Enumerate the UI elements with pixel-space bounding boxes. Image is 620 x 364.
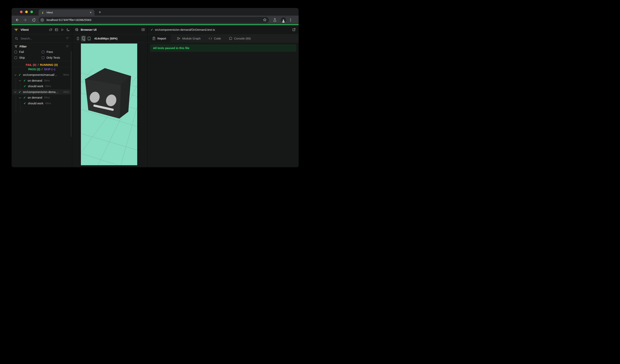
new-tab-button[interactable]: +	[97, 10, 103, 15]
sidebar-header: Vitest	[12, 25, 72, 34]
test-case-name: should work	[28, 102, 43, 105]
all-tests-passed-banner: All tests passed in this file	[150, 44, 296, 52]
filter-checkbox-pass[interactable]: Pass	[42, 49, 69, 55]
test-case-row[interactable]: ✓ should work 55ms	[12, 83, 72, 89]
globe-icon	[75, 28, 79, 31]
divider	[12, 61, 72, 61]
check-icon: ✓	[23, 96, 26, 99]
chevron-down-icon[interactable]	[19, 80, 21, 81]
test-suite-name: on demand	[28, 96, 42, 99]
test-case-row[interactable]: ✓ should work 43ms	[12, 101, 72, 106]
zoom-window-button[interactable]	[30, 11, 33, 13]
checkbox-label: Pass	[46, 50, 53, 54]
forward-button[interactable]	[22, 17, 28, 23]
test-duration: 55ms	[45, 85, 51, 87]
tab-code[interactable]: Code	[204, 34, 225, 42]
checkbox[interactable]	[42, 57, 44, 59]
module-graph-icon	[177, 37, 181, 40]
tab-label: Module Graph	[182, 37, 201, 40]
test-duration: 56ms	[63, 73, 69, 76]
expand-panel-icon[interactable]	[141, 28, 145, 31]
minimize-window-button[interactable]	[25, 11, 28, 13]
running-count: RUNNING (0)	[40, 63, 58, 66]
site-info-icon[interactable]	[40, 17, 45, 22]
browser-tab-strip: Vitest ✕ +	[12, 8, 299, 15]
device-phone-plus-button[interactable]	[81, 36, 86, 42]
vitest-ui: Vitest	[12, 25, 299, 167]
tab-console[interactable]: Console (69)	[225, 34, 255, 42]
scrollbar[interactable]	[71, 51, 71, 137]
filter-checkbox-fail[interactable]: Fail	[14, 49, 42, 55]
filter-label: Filter	[20, 45, 27, 48]
back-button[interactable]	[14, 17, 20, 23]
chevron-down-icon[interactable]	[14, 74, 16, 76]
test-duration: 43ms	[44, 96, 50, 99]
device-tablet-button[interactable]	[87, 36, 92, 41]
pass-count: PASS (2)	[28, 68, 40, 71]
chrome-labs-flask-icon[interactable]	[272, 17, 278, 23]
dark-mode-moon-icon[interactable]	[66, 28, 70, 31]
banner-text: All tests passed in this file	[153, 46, 189, 50]
dashboard-windows-icon[interactable]	[49, 28, 53, 31]
chevron-down-icon[interactable]	[14, 91, 16, 93]
report-summary-icon[interactable]	[55, 28, 58, 31]
run-all-play-icon[interactable]	[61, 28, 64, 31]
preview-canvas[interactable]	[81, 44, 137, 165]
report-tabs: Report Module Graph Code	[148, 34, 299, 43]
console-icon	[229, 37, 232, 40]
separator: /	[38, 63, 39, 66]
tab-report[interactable]: Report	[148, 34, 170, 42]
browser-tab[interactable]: Vitest ✕	[39, 9, 94, 15]
profile-avatar[interactable]	[281, 17, 286, 23]
url-text: localhost:5173/#/?file=1828625563	[46, 18, 91, 22]
separator: /	[42, 68, 43, 71]
clear-filter-icon[interactable]	[66, 37, 69, 40]
checkbox-label: Skip	[19, 56, 25, 59]
preview-header: Browser UI	[72, 25, 147, 34]
robot-cube	[85, 69, 131, 118]
checkbox[interactable]	[14, 51, 17, 53]
vitest-logo-icon	[14, 27, 19, 32]
checkbox-label: Only Tests	[46, 56, 60, 59]
device-toolbar: 414x896px (68%)	[72, 34, 147, 43]
test-tree: ✓ src/components/manual/… 56ms ✓ on dema…	[12, 72, 72, 106]
checkbox[interactable]	[14, 57, 17, 59]
test-suite-row[interactable]: ✓ on demand 56ms	[12, 78, 72, 84]
search-row	[12, 34, 72, 43]
tab-label: Report	[157, 37, 166, 40]
open-external-icon[interactable]	[292, 28, 296, 31]
tab-module-graph[interactable]: Module Graph	[173, 34, 205, 42]
search-input[interactable]	[21, 37, 66, 40]
device-phone-small-button[interactable]	[76, 36, 80, 41]
fail-count: FAIL (0)	[26, 63, 36, 66]
checkbox[interactable]	[42, 51, 44, 53]
bookmark-star-icon[interactable]	[263, 18, 267, 22]
check-icon: ✓	[151, 28, 153, 31]
browser-menu-kebab-icon[interactable]	[288, 17, 293, 23]
filter-options: Fail Pass Skip Only Tests	[14, 49, 69, 60]
url-bar[interactable]: localhost:5173/#/?file=1828625563	[39, 17, 269, 23]
check-icon: ✓	[23, 79, 26, 82]
browser-preview-panel: Browser UI 414x896px (68%)	[72, 25, 148, 167]
close-window-button[interactable]	[20, 11, 23, 13]
filter-checkbox-only-tests[interactable]: Only Tests	[42, 55, 69, 60]
filter-checkbox-skip[interactable]: Skip	[14, 55, 42, 60]
browser-window: Vitest ✕ + localhost:5173/#/?file=182862…	[12, 8, 299, 167]
test-file-row[interactable]: ✓ src/components/manual/… 56ms	[12, 72, 72, 78]
preview-title: Browser UI	[81, 28, 96, 31]
tab-close-icon[interactable]: ✕	[89, 11, 93, 14]
test-suite-row[interactable]: ✓ on demand 43ms	[12, 95, 72, 101]
chevron-down-icon[interactable]	[19, 97, 21, 99]
status-summary-top: FAIL (0) / RUNNING (0)	[12, 63, 72, 67]
test-file-row-selected[interactable]: ✓ src/components/on-dema… 43ms	[12, 89, 72, 95]
test-suite-name: on demand	[28, 79, 42, 82]
test-duration: 43ms	[63, 91, 69, 93]
reload-button[interactable]	[31, 17, 37, 23]
filter-clear-icon[interactable]	[66, 45, 69, 48]
vitest-favicon-icon	[41, 11, 44, 14]
status-summary-bottom: PASS (2) / SKIP (--)	[12, 67, 72, 71]
tab-label: Code	[214, 37, 221, 40]
check-icon: ✓	[24, 84, 26, 88]
tab-label: Console (69)	[234, 37, 251, 40]
test-explorer-panel: Vitest	[12, 25, 72, 167]
